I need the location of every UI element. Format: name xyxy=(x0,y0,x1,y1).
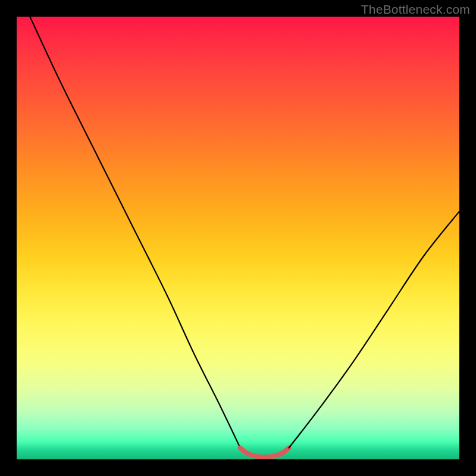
watermark-text: TheBottleneck.com xyxy=(361,2,470,17)
bottleneck-curve xyxy=(17,17,459,459)
curve-left-branch xyxy=(30,17,240,448)
plot-area xyxy=(17,17,459,459)
chart-frame: TheBottleneck.com xyxy=(0,0,476,476)
curve-trough xyxy=(240,448,289,458)
curve-right-branch xyxy=(289,211,459,447)
